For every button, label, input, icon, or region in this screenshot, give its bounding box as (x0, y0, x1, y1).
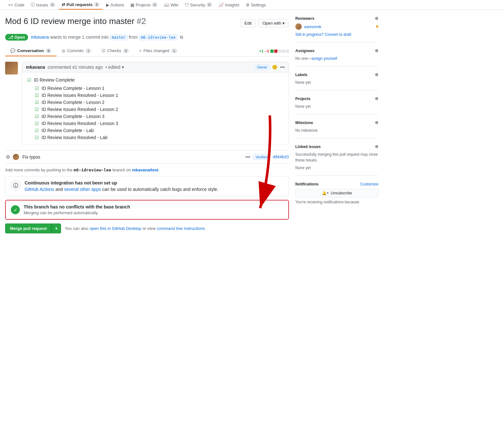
comment-author[interactable]: mkavana (26, 65, 45, 70)
commit-hash[interactable]: d044bd3 (273, 155, 289, 159)
diff-sq-3 (278, 50, 281, 53)
repo-link[interactable]: mkavana/test (132, 168, 158, 172)
files-changed-icon: + (139, 48, 142, 53)
github-desktop-link[interactable]: open this in GitHub Desktop (89, 226, 141, 231)
linked-issues-desc: Successfully merging this pull request m… (295, 152, 378, 163)
nav-issues[interactable]: ⓘ Issues 0 (27, 0, 58, 10)
tab-files-changed[interactable]: + Files changed 1 (134, 46, 182, 56)
reviewer-name-link[interactable]: eamonnk (304, 24, 321, 29)
copy-icon[interactable]: ⧉ (180, 35, 183, 40)
merge-icon: ⎇ (8, 35, 13, 40)
commit-row: Fix typos ••• Verified d044bd3 (5, 150, 289, 164)
merge-status-box: ✓ This branch has no conflicts with the … (5, 200, 289, 220)
merge-pull-request-button[interactable]: Merge pull request (5, 223, 52, 233)
insights-icon: 📈 (219, 3, 224, 7)
ci-box: Continuous integration has not been set … (5, 176, 289, 196)
nav-projects[interactable]: ▦ Projects 0 (127, 1, 161, 9)
diff-add: +1 (259, 49, 264, 53)
projects-gear-icon[interactable]: ⚙ (375, 97, 378, 101)
tab-checks[interactable]: ☑ Checks 0 (97, 46, 134, 56)
issues-badge: 0 (50, 3, 55, 7)
commit-avatar (13, 154, 19, 160)
assignees-empty: No one—assign yourself (295, 56, 337, 61)
assign-yourself-link[interactable]: assign yourself (312, 56, 337, 61)
wiki-icon: 📖 (164, 3, 169, 7)
convert-to-draft-link[interactable]: Still in progress? Convert to draft (295, 32, 351, 37)
customize-link[interactable]: Customize (360, 182, 378, 186)
comment-edited: • edited ▾ (105, 65, 124, 70)
nav-settings[interactable]: ⚙ Settings (243, 1, 269, 9)
sidebar: Reviewers ⚙ eamonnk Still in progress? C… (295, 16, 378, 240)
diff-sq-1 (270, 50, 274, 53)
merge-row: Merge pull request ▾ You can also open t… (5, 223, 289, 233)
nav-security[interactable]: 🛡 Security 0 (182, 1, 215, 9)
command-line-link[interactable]: command line instructions (157, 226, 205, 231)
nav-pull-requests[interactable]: ⇄ Pull requests 1 (58, 0, 103, 10)
reviewers-section: Reviewers ⚙ eamonnk Still in progress? C… (295, 16, 378, 42)
commit-message[interactable]: Fix typos (22, 154, 242, 160)
merge-check-icon: ✓ (11, 205, 20, 214)
security-badge: 0 (206, 3, 212, 7)
linked-issues-gear-icon[interactable]: ⚙ (375, 145, 378, 149)
author-avatar (5, 62, 18, 74)
github-actions-link[interactable]: GitHub Actions (25, 187, 54, 192)
nav-actions[interactable]: ▶ Actions (103, 1, 128, 9)
verified-badge: Verified (253, 154, 270, 160)
ci-icon (11, 180, 21, 191)
tab-conversation[interactable]: 💬 Conversation 0 (5, 46, 57, 56)
nav-code[interactable]: <> Code (5, 1, 27, 9)
checks-icon: ☑ (102, 48, 105, 53)
projects-icon: ▦ (130, 3, 134, 7)
diff-stat: +1 −1 (259, 46, 289, 56)
more-options-icon[interactable]: ••• (280, 65, 285, 70)
edit-button[interactable]: Edit (240, 19, 256, 27)
assignees-gear-icon[interactable]: ⚙ (375, 49, 378, 53)
commits-badge: 1 (85, 49, 91, 53)
comment-time: commented 41 minutes ago (48, 65, 103, 70)
projects-section: Projects ⚙ None yet (295, 97, 378, 114)
labels-section: Labels ⚙ None yet (295, 73, 378, 90)
conversation-icon: 💬 (10, 48, 15, 53)
files-changed-badge: 1 (171, 49, 177, 53)
owner-badge: Owner (255, 65, 269, 70)
linked-issues-empty: None yet (295, 166, 311, 170)
comment-body: ☑ ID Review Complete ☑ID Review Complete… (22, 73, 289, 145)
branch-info-text: Add more commits by pushing to the m6-id… (5, 168, 289, 172)
check-icon-1: ☑ (35, 86, 39, 91)
commits-icon: ◎ (62, 48, 65, 53)
nav-insights[interactable]: 📈 Insights (215, 1, 243, 9)
pr-author-link[interactable]: mkavana (31, 35, 49, 40)
tab-commits[interactable]: ◎ Commits 1 (57, 46, 96, 56)
reviewers-gear-icon[interactable]: ⚙ (375, 16, 378, 21)
diff-sq-2 (274, 50, 277, 53)
pr-tabs: 💬 Conversation 0 ◎ Commits 1 ☑ Checks 0 … (5, 46, 289, 57)
milestone-gear-icon[interactable]: ⚙ (375, 121, 378, 125)
check-icon-5: ☑ (35, 114, 39, 119)
merge-btn-group: Merge pull request ▾ (5, 223, 61, 233)
commit-more-icon[interactable]: ••• (245, 154, 250, 160)
merge-dropdown-button[interactable]: ▾ (52, 223, 61, 233)
chevron-down-icon: ▾ (283, 21, 285, 26)
settings-icon: ⚙ (246, 3, 250, 7)
pull-requests-badge: 1 (94, 2, 100, 7)
open-with-button[interactable]: Open with ▾ (258, 19, 289, 27)
issues-icon: ⓘ (31, 2, 35, 8)
labels-gear-icon[interactable]: ⚙ (375, 73, 378, 77)
smiley-icon[interactable]: 🙂 (272, 65, 277, 70)
other-apps-link[interactable]: several other apps (64, 187, 101, 192)
milestone-section: Milestone ⚙ No milestone (295, 121, 378, 138)
pr-meta-text: mkavana wants to merge 1 commit into mas… (31, 35, 183, 40)
nav-wiki[interactable]: 📖 Wiki (161, 1, 182, 9)
projects-empty: None yet (295, 104, 311, 109)
bell-mute-icon: 🔔× (322, 191, 329, 195)
source-branch[interactable]: m6-idreview-lee (139, 35, 177, 40)
chevron-down-small-icon[interactable]: ▾ (122, 65, 124, 70)
pr-number: #2 (137, 16, 146, 26)
assignees-section: Assignees ⚙ No one—assign yourself (295, 49, 378, 66)
target-branch[interactable]: master (110, 35, 128, 40)
unsubscribe-button[interactable]: 🔔× Unsubscribe (295, 189, 378, 197)
security-icon: 🛡 (185, 3, 189, 7)
check-icon-8: ☑ (35, 135, 39, 140)
reviewer-avatar (295, 23, 302, 30)
merge-status-text: This branch has no conflicts with the ba… (24, 204, 130, 215)
